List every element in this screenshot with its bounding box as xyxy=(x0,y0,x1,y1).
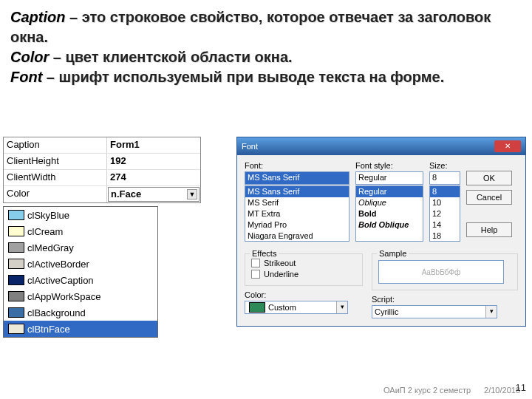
chevron-down-icon[interactable]: ▾ xyxy=(485,306,497,318)
list-item[interactable]: MS Serif xyxy=(245,197,349,208)
color-option[interactable]: clCream xyxy=(4,223,157,239)
prop-row: ClientHeight 192 xyxy=(4,154,200,170)
kw-caption: Caption xyxy=(10,9,65,25)
list-item[interactable]: MT Extra xyxy=(245,208,349,219)
list-item[interactable]: 18 xyxy=(430,231,460,242)
chevron-down-icon[interactable]: ▾ xyxy=(336,301,347,313)
footer: ОАиП 2 курс 2 семестр 2/10/2018 xyxy=(383,386,520,395)
list-item[interactable]: 8 xyxy=(430,186,460,197)
color-option[interactable]: clMedGray xyxy=(4,239,157,256)
kw-font: Font xyxy=(10,69,42,85)
sample-group: Sample AaBbБбФф xyxy=(372,253,518,290)
color-option[interactable]: clBtnFace xyxy=(4,321,157,337)
list-item[interactable]: Bold Oblique xyxy=(356,219,423,231)
page-number: 11 xyxy=(516,382,526,393)
list-item[interactable]: MS Sans Serif xyxy=(245,186,349,197)
underline-checkbox[interactable]: Underline xyxy=(251,270,356,279)
list-item[interactable]: 12 xyxy=(430,208,460,219)
list-item[interactable]: Oblique xyxy=(356,197,423,208)
size-label: Size: xyxy=(429,161,460,170)
chevron-down-icon[interactable]: ▼ xyxy=(187,189,197,200)
kw-color: Color xyxy=(10,49,49,65)
cancel-button[interactable]: Cancel xyxy=(466,190,512,205)
font-label: Font: xyxy=(245,161,349,170)
close-icon[interactable]: ✕ xyxy=(494,140,521,152)
color-select[interactable]: Custom ▾ xyxy=(245,301,348,314)
color-option[interactable]: clBackground xyxy=(4,304,157,321)
script-label: Script: xyxy=(372,295,518,304)
size-input[interactable]: 8 xyxy=(429,171,460,185)
list-item[interactable]: Niagara Engraved xyxy=(245,231,349,242)
color-option[interactable]: clAppWorkSpace xyxy=(4,288,157,304)
color-option[interactable]: clActiveCaption xyxy=(4,272,157,288)
sample-text: AaBbБбФф xyxy=(378,260,504,284)
dialog-title: Font xyxy=(242,142,258,151)
titlebar: Font ✕ xyxy=(237,137,525,155)
list-item[interactable]: Myriad Pro xyxy=(245,219,349,231)
strikeout-checkbox[interactable]: Strikeout xyxy=(251,259,356,267)
list-item[interactable]: 10 xyxy=(430,197,460,208)
effects-group: Effects Strikeout Underline xyxy=(245,253,363,286)
color-dropdown[interactable]: clSkyBlueclCreamclMedGrayclActiveBorderc… xyxy=(3,206,158,338)
list-item[interactable]: 14 xyxy=(430,219,460,231)
color-option[interactable]: clSkyBlue xyxy=(4,207,157,223)
ok-button[interactable]: OK xyxy=(466,171,512,185)
list-item[interactable]: Bold xyxy=(356,208,423,219)
color-value-field[interactable]: n.Face ▼ xyxy=(108,187,200,202)
size-list[interactable]: 81012141824 xyxy=(429,185,460,242)
slide-text: Caption – это строковое свойство, которо… xyxy=(0,0,532,92)
footer-course: ОАиП 2 курс 2 семестр xyxy=(383,386,471,395)
font-input[interactable]: MS Sans Serif xyxy=(245,171,349,185)
font-dialog: Font ✕ Font: MS Sans Serif MS Sans Serif… xyxy=(236,137,526,327)
color-label: Color: xyxy=(245,290,363,299)
script-select[interactable]: Cyrillic ▾ xyxy=(372,305,497,318)
prop-row: ClientWidth 274 xyxy=(4,170,200,186)
style-input[interactable]: Regular xyxy=(355,171,423,185)
prop-row: Color n.Face ▼ xyxy=(4,186,200,202)
color-option[interactable]: clActiveBorder xyxy=(4,256,157,272)
prop-row: Caption Form1 xyxy=(4,137,200,154)
help-button[interactable]: Help xyxy=(466,222,512,237)
style-label: Font style: xyxy=(355,161,423,170)
style-list[interactable]: RegularObliqueBoldBold Oblique xyxy=(355,185,423,242)
list-item[interactable]: Regular xyxy=(356,186,423,197)
font-list[interactable]: MS Sans SerifMS SerifMT ExtraMyriad ProN… xyxy=(245,185,349,242)
object-inspector: Caption Form1 ClientHeight 192 ClientWid… xyxy=(3,137,201,203)
